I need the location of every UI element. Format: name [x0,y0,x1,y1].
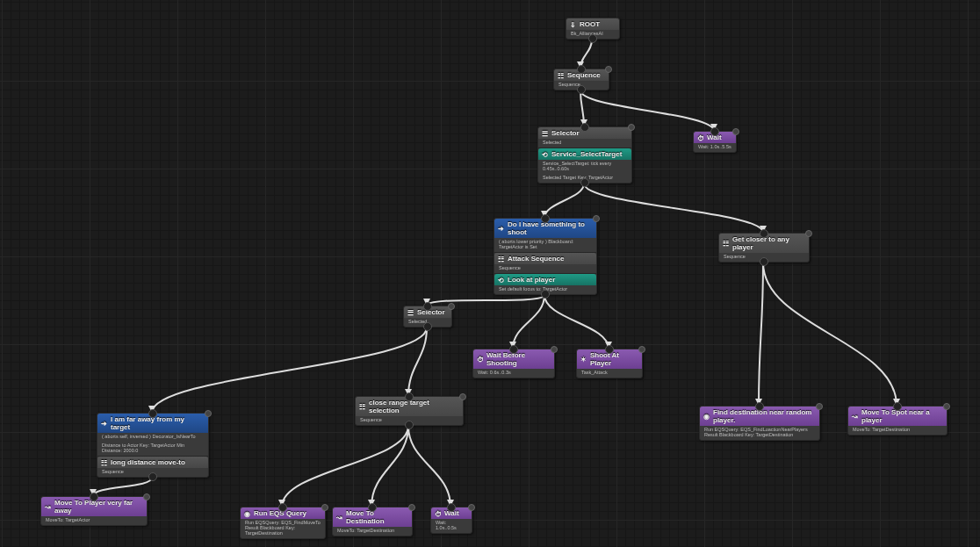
output-pin[interactable] [588,34,597,43]
breakpoint-toggle[interactable] [628,124,635,131]
output-pin[interactable] [148,472,157,481]
selector-icon: ☰ [407,309,414,316]
bt-node-selector2[interactable]: ☰SelectorSelected [403,306,452,327]
node-subtitle: MoveTo: TargetDestination [848,426,947,435]
wait-icon: ⏱ [435,510,442,517]
bt-node-wait_top[interactable]: ⏱WaitWait: 1.0s..5.5s [693,131,737,153]
breakpoint-toggle[interactable] [638,346,645,353]
input-pin[interactable] [509,345,518,354]
edge-seq_top-selector_main [580,90,584,126]
breakpoint-toggle[interactable] [593,215,600,222]
node-title: Look at player [508,276,555,284]
bt-node-far_away[interactable]: ➜I am far away from my target( aborts se… [97,413,209,478]
bt-node-run_eqs[interactable]: ◉Run EQS QueryRun EQSQuery: EQS_FindMove… [240,507,326,539]
output-pin[interactable] [405,421,414,429]
breakpoint-toggle[interactable] [448,303,455,310]
sequence-icon: ☷ [723,240,730,247]
breakpoint-toggle[interactable] [732,128,739,135]
edge-selector_main-get_closer [584,184,763,233]
edge-attack_seq-shoot [544,295,609,349]
bt-node-close_range[interactable]: ☷close range target selectionSequence [355,396,464,426]
root-icon: ⇓ [570,21,577,28]
bt-node-wait_before_shoot[interactable]: ⏱Wait Before ShootingWait: 0.6s..0.3s [472,349,555,378]
breakpoint-toggle[interactable] [816,403,823,410]
edge-root-seq_top [580,40,592,68]
breakpoint-toggle[interactable] [408,504,415,511]
breakpoint-toggle[interactable] [468,504,475,511]
output-pin[interactable] [580,178,589,187]
input-pin[interactable] [278,503,287,512]
bt-node-move_spot[interactable]: ↝Move To Spot near a playerMoveTo: Targe… [847,406,948,435]
bt-node-get_closer[interactable]: ☷Get closer to any playerSequence [718,233,810,263]
input-pin[interactable] [755,402,764,411]
input-pin[interactable] [368,503,377,512]
bt-node-root[interactable]: ⇓ROOTBk_AlliancesAI [566,18,620,40]
edge-selector_main-attack_seq [544,184,584,218]
node-subtitle: Run EQSQuery: EQS_FindLoactionNearPlayer… [700,426,819,440]
node-title: Attack Sequence [508,255,564,263]
breakpoint-toggle[interactable] [551,346,558,353]
breakpoint-toggle[interactable] [943,403,950,410]
sequence-icon: ☷ [359,403,366,410]
input-pin[interactable] [893,402,902,411]
node-title: close range target selection [369,399,459,414]
node-title: Move To Spot near a player [861,408,943,424]
bt-node-move_far[interactable]: ↝Move To Player very far awayMoveTo: Tar… [40,496,148,526]
wait-icon: ⏱ [477,356,484,363]
output-pin[interactable] [760,257,768,266]
node-title: Do I have something to shoot [508,220,593,236]
decorator-icon: ➜ [498,225,505,232]
node-title: Get closer to any player [732,235,805,251]
edge-close_range-run_eqs [282,426,408,507]
node-title: Wait Before Shooting [486,351,551,367]
output-pin[interactable] [541,290,550,299]
sequence-icon: ☷ [558,72,565,79]
input-pin[interactable] [541,214,550,223]
input-pin[interactable] [447,503,456,512]
input-pin[interactable] [580,123,589,132]
edge-attack_seq-wait_before_shoot [513,295,544,349]
breakpoint-toggle[interactable] [321,504,328,511]
node-title: Selector [551,129,580,137]
edge-attack_seq-selector2 [427,295,544,306]
bt-node-wait_bottom[interactable]: ⏱WaitWait: 1.0s..0.5s [430,507,472,534]
edge-close_range-move_dest [371,426,408,507]
output-pin[interactable] [577,85,586,94]
node-subtitle: Sequence [494,264,596,273]
bt-node-seq_top[interactable]: ☷SequenceSequence [553,68,609,90]
node-detail: Distance to Actor Key: TargetActor Min D… [97,442,208,456]
node-subtitle: MoveTo: TargetActor [41,516,147,525]
sequence-icon: ☷ [498,256,505,263]
node-title: Selector [417,308,445,316]
breakpoint-toggle[interactable] [605,66,612,73]
input-pin[interactable] [605,345,614,354]
edge-close_range-wait_bottom [408,426,450,507]
input-pin[interactable] [405,392,414,401]
node-title: Move To Destination [346,509,408,525]
eqs-icon: ◉ [244,510,251,517]
node-subtitle: ( aborts lower priority ) Blackboard: Ta… [494,238,596,252]
bt-node-find_dest[interactable]: ◉Find destination near random player.Run… [699,406,820,441]
input-pin[interactable] [710,127,719,136]
input-pin[interactable] [760,229,768,238]
node-title: Service_SelectTarget [551,150,622,158]
breakpoint-toggle[interactable] [143,493,150,500]
bt-node-attack_seq[interactable]: ➜Do I have something to shoot( aborts lo… [494,218,597,295]
bt-node-shoot[interactable]: ✶Shoot At PlayerTask_Attack [576,349,643,378]
node-subtitle: Selected [538,139,631,148]
sequence-icon: ☷ [101,459,108,466]
node-subtitle: MoveTo: TargetDestination [333,527,412,536]
bt-node-move_dest[interactable]: ↝Move To DestinationMoveTo: TargetDestin… [332,507,413,536]
input-pin[interactable] [423,302,432,311]
breakpoint-toggle[interactable] [459,393,466,400]
node-title: Shoot At Player [590,351,638,367]
output-pin[interactable] [423,322,432,331]
bt-node-selector_main[interactable]: ☰SelectorSelected⟲Service_SelectTargetSe… [537,126,632,184]
edge-get_closer-move_spot [763,263,897,406]
breakpoint-toggle[interactable] [205,410,212,417]
input-pin[interactable] [148,409,157,418]
breakpoint-toggle[interactable] [805,230,812,237]
node-title: Find destination near random player. [713,408,816,424]
input-pin[interactable] [577,65,586,74]
input-pin[interactable] [90,493,98,501]
